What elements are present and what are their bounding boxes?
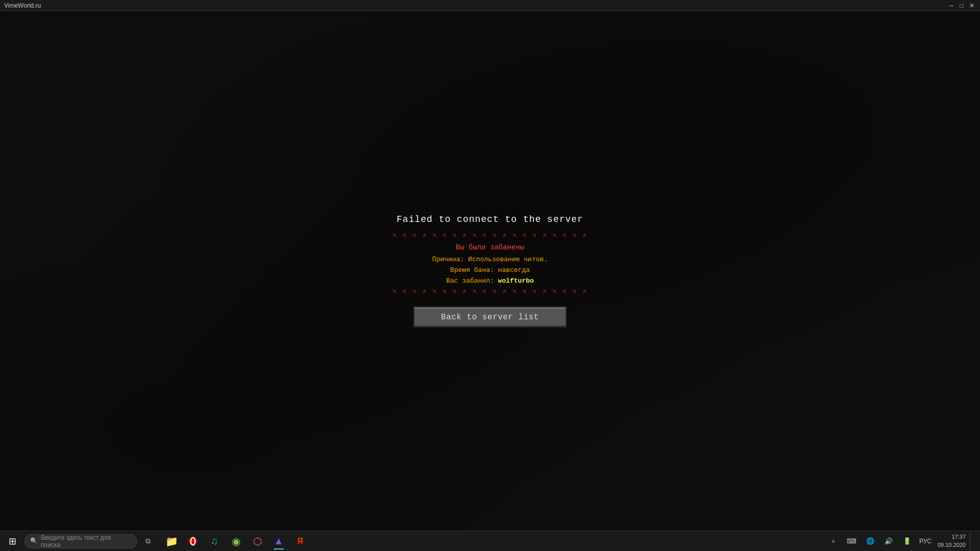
restore-button[interactable]: □ (958, 2, 966, 10)
back-to-server-list-button[interactable]: Back to server list (413, 307, 567, 328)
titlebar: VimeWorld.ru ─ □ ✕ (0, 0, 980, 11)
time-label: Время бана: (450, 266, 494, 274)
battery-icon-button[interactable]: 🔋 (899, 532, 915, 550)
taskbar: ⊞ 🔍 Введите здесь текст для поиска ⧉ 📁 ♫… (0, 531, 980, 551)
window-title: VimeWorld.ru (4, 2, 41, 9)
minimize-button[interactable]: ─ (947, 2, 955, 10)
clock-time: 17:37 (951, 533, 966, 541)
separator-top: × × × × × × × × × × × × × × × × × × × × (393, 232, 587, 239)
banned-by-label: Вас забанил: (446, 277, 494, 285)
language-indicator[interactable]: РУС (917, 538, 934, 545)
game-area: Failed to connect to the server × × × × … (0, 11, 980, 531)
keyboard-icon-button[interactable]: ⌨ (844, 532, 860, 550)
taskbar-app-yandex[interactable]: Я (290, 532, 310, 550)
tray-expand-button[interactable]: ∧ (825, 532, 842, 550)
show-desktop-button[interactable] (970, 532, 974, 550)
taskbar-app-spotify[interactable]: ♫ (204, 532, 225, 550)
banned-by-name: wolfturbo (498, 277, 534, 285)
task-view-button[interactable]: ⧉ (139, 532, 157, 550)
taskbar-app-file-explorer[interactable]: 📁 (161, 532, 182, 550)
start-button[interactable]: ⊞ (2, 532, 22, 550)
clock-date: 09.10.2020 (938, 541, 966, 549)
taskbar-app-browser2[interactable]: ⬡ (247, 532, 267, 550)
banned-by-line: Вас забанил: wolfturbo (446, 277, 534, 285)
time-value: навсегда (498, 266, 530, 274)
close-button[interactable]: ✕ (968, 2, 976, 10)
taskbar-app-vimeworld[interactable]: ▲ (268, 532, 289, 550)
taskbar-apps: 📁 ♫ ◉ ⬡ ▲ Я (161, 532, 310, 550)
battery-icon: 🔋 (903, 537, 911, 545)
opera-icon (188, 536, 198, 546)
taskbar-app-opera[interactable] (183, 532, 203, 550)
disconnect-dialog: Failed to connect to the server × × × × … (393, 214, 587, 328)
system-tray: ∧ ⌨ 🌐 🔊 🔋 РУС 17:37 09.10.2020 (825, 532, 978, 550)
system-clock[interactable]: 17:37 09.10.2020 (936, 533, 968, 549)
failed-title: Failed to connect to the server (397, 214, 583, 224)
time-line: Время бана: навсегда (450, 266, 530, 274)
search-placeholder-text: Введите здесь текст для поиска (41, 534, 131, 548)
reason-label: Причина: (432, 256, 464, 263)
taskbar-app-green[interactable]: ◉ (226, 532, 246, 550)
separator-bottom: × × × × × × × × × × × × × × × × × × × × (393, 288, 587, 295)
keyboard-icon: ⌨ (847, 537, 856, 545)
task-view-icon: ⧉ (145, 537, 151, 545)
search-box[interactable]: 🔍 Введите здесь текст для поиска (24, 534, 137, 548)
reason-line: Причина: Использование читов. (432, 256, 548, 263)
expand-icon: ∧ (831, 538, 835, 544)
network-icon-button[interactable]: 🌐 (862, 532, 878, 550)
reason-value: Использование читов. (468, 256, 548, 263)
svg-point-1 (191, 537, 195, 545)
window-controls: ─ □ ✕ (947, 2, 976, 10)
search-icon: 🔍 (30, 537, 38, 545)
volume-icon: 🔊 (885, 537, 893, 545)
volume-icon-button[interactable]: 🔊 (880, 532, 897, 550)
banned-header: Вы были забанены (456, 243, 524, 252)
network-icon: 🌐 (866, 537, 874, 545)
